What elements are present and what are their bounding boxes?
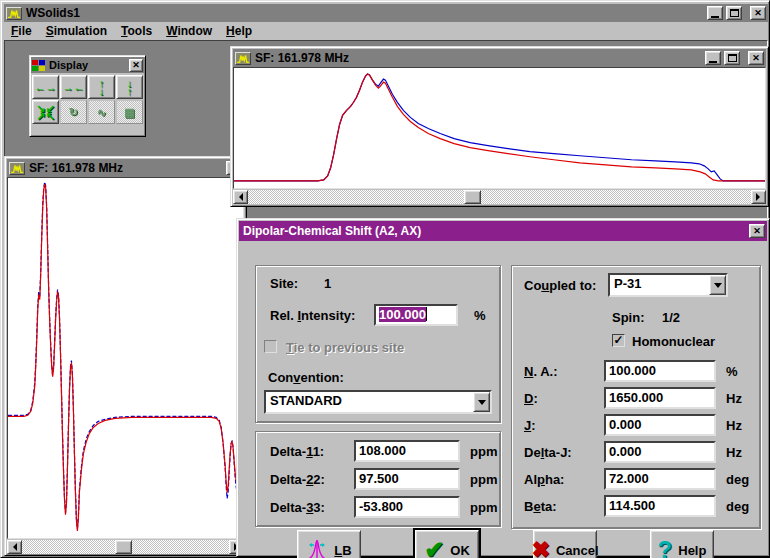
menu-file[interactable]: File bbox=[4, 23, 39, 39]
expand-vertical-icon[interactable]: ↑ ↓ bbox=[88, 75, 115, 99]
experimental-trace-red bbox=[8, 184, 243, 531]
grid-zoom-icon: ▦ bbox=[116, 100, 143, 124]
peak-scale-icon: ∿ bbox=[88, 100, 115, 124]
mdi-client-area: SF: 161.978 MHz bbox=[4, 40, 768, 556]
beta-label: Beta: bbox=[524, 499, 557, 514]
delta-11-unit: ppm bbox=[470, 444, 497, 459]
menu-simulation[interactable]: Simulation bbox=[39, 23, 114, 39]
compress-vertical-icon[interactable]: ↓ ↑ bbox=[116, 75, 143, 99]
scroll-left-button[interactable] bbox=[233, 190, 248, 204]
delta-11-label: Delta-11: bbox=[270, 444, 324, 459]
delta-group: Delta-11: 108.000 ppm Delta-22: 97.500 p… bbox=[255, 431, 501, 527]
menu-tools[interactable]: Tools bbox=[114, 23, 159, 39]
delta-j-unit: Hz bbox=[726, 445, 742, 460]
delta-33-input[interactable]: -53.800 bbox=[354, 496, 460, 518]
app-titlebar: WSolids1 ✕ bbox=[4, 4, 768, 22]
center-fit-icon[interactable]: ↘↙ ↗↖ bbox=[32, 100, 59, 124]
help-button-label: Help bbox=[678, 543, 706, 558]
spectrum-window-left-titlebar[interactable]: SF: 161.978 MHz bbox=[7, 159, 244, 177]
display-toolbox-buttons: ←→ →← ↑ ↓ ↓ ↑ ↘↙ ↗↖ ↻ ∿ ▦ bbox=[31, 73, 144, 125]
coupled-to-label: Coupled to: bbox=[524, 278, 596, 293]
dialog-title: Dipolar-Chemical Shift (A2, AX) bbox=[243, 224, 749, 238]
dialog-titlebar[interactable]: Dipolar-Chemical Shift (A2, AX) ✕ bbox=[239, 221, 767, 241]
display-toolbox-titlebar[interactable]: Display ✕ bbox=[31, 57, 144, 73]
d-input[interactable]: 1650.000 bbox=[604, 387, 716, 409]
spectrum-doc-icon bbox=[235, 52, 251, 65]
delta-j-label: Delta-J: bbox=[524, 445, 572, 460]
delta-22-input[interactable]: 97.500 bbox=[354, 468, 460, 490]
na-input[interactable]: 100.000 bbox=[604, 360, 716, 382]
cancel-button-label: Cancel bbox=[556, 543, 599, 558]
question-mark-icon: ? bbox=[658, 538, 673, 558]
scroll-right-button[interactable] bbox=[751, 190, 766, 204]
close-button[interactable]: ✕ bbox=[748, 51, 764, 65]
delta-22-label: Delta-22: bbox=[270, 472, 325, 487]
display-toolbox[interactable]: Display ✕ ←→ →← ↑ ↓ ↓ ↑ ↘↙ ↗↖ ↻ ∿ ▦ bbox=[29, 55, 146, 137]
expand-horizontal-icon[interactable]: ←→ bbox=[32, 75, 59, 99]
menubar: File Simulation Tools Window Help bbox=[4, 22, 768, 40]
lb-button[interactable]: LB bbox=[297, 530, 361, 558]
rel-intensity-label: Rel. Intensity: bbox=[270, 308, 355, 323]
spectrum-window-top-title: SF: 161.978 MHz bbox=[254, 51, 702, 65]
close-button[interactable]: ✕ bbox=[750, 6, 766, 20]
spectrum-doc-icon bbox=[9, 162, 25, 175]
convention-select[interactable]: STANDARD bbox=[264, 390, 492, 414]
delta-11-input[interactable]: 108.000 bbox=[354, 440, 460, 462]
alpha-label: Alpha: bbox=[524, 472, 564, 487]
close-icon[interactable]: ✕ bbox=[129, 59, 143, 72]
scroll-left-button[interactable] bbox=[7, 540, 22, 554]
chevron-down-icon[interactable] bbox=[473, 392, 490, 412]
experimental-trace-red bbox=[234, 74, 765, 181]
coupled-to-select[interactable]: P-31 bbox=[608, 273, 728, 297]
scrollbar-track[interactable] bbox=[22, 540, 229, 554]
tie-previous-site-label: Tie to previous site bbox=[286, 340, 404, 355]
site-label: Site: bbox=[270, 276, 298, 291]
spectrum-window-left[interactable]: SF: 161.978 MHz bbox=[4, 156, 247, 556]
simulated-trace-blue bbox=[8, 182, 243, 529]
scrollbar-thumb[interactable] bbox=[464, 190, 481, 204]
app-icon bbox=[6, 7, 22, 20]
dialog-close-icon[interactable]: ✕ bbox=[749, 224, 765, 238]
beta-input[interactable]: 114.500 bbox=[604, 495, 716, 517]
alpha-input[interactable]: 72.000 bbox=[604, 468, 716, 490]
spectrum-window-top[interactable]: SF: 161.978 MHz ✕ bbox=[230, 46, 769, 207]
alpha-unit: deg bbox=[726, 472, 749, 487]
na-unit: % bbox=[726, 364, 738, 379]
help-button[interactable]: ? Help bbox=[650, 530, 714, 558]
spin-label: Spin: bbox=[612, 310, 645, 325]
homonuclear-label: Homonuclear bbox=[632, 334, 715, 349]
minimize-button[interactable] bbox=[707, 6, 723, 20]
app-title: WSolids1 bbox=[25, 6, 704, 20]
dipolar-chemical-shift-dialog[interactable]: Dipolar-Chemical Shift (A2, AX) ✕ Site: … bbox=[236, 218, 770, 557]
check-icon: ✔ bbox=[424, 538, 444, 558]
homonuclear-checkbox[interactable]: ✓ bbox=[612, 334, 625, 347]
j-input[interactable]: 0.000 bbox=[604, 414, 716, 436]
chevron-down-icon[interactable] bbox=[709, 275, 726, 295]
lineshape-icon bbox=[306, 537, 328, 558]
horizontal-scrollbar[interactable] bbox=[233, 190, 766, 204]
simulated-trace-blue bbox=[234, 74, 765, 181]
scrollbar-thumb[interactable] bbox=[115, 540, 132, 554]
compress-horizontal-icon[interactable]: →← bbox=[60, 75, 87, 99]
delta-22-unit: ppm bbox=[470, 472, 497, 487]
d-unit: Hz bbox=[726, 391, 742, 406]
lb-button-label: LB bbox=[334, 543, 351, 558]
spectrum-window-top-titlebar[interactable]: SF: 161.978 MHz ✕ bbox=[233, 49, 766, 67]
spectrum-plot-left bbox=[7, 177, 244, 539]
site-group: Site: 1 Rel. Intensity: 100.000 % Tie to… bbox=[255, 265, 501, 423]
ok-button[interactable]: ✔ OK bbox=[415, 530, 479, 558]
horizontal-scrollbar[interactable] bbox=[7, 540, 244, 554]
cancel-button[interactable]: ✖ Cancel bbox=[533, 530, 597, 558]
menu-window[interactable]: Window bbox=[159, 23, 219, 39]
rel-intensity-unit: % bbox=[474, 308, 486, 323]
delta-33-unit: ppm bbox=[470, 500, 497, 515]
minimize-button[interactable] bbox=[705, 51, 721, 65]
maximize-button[interactable] bbox=[724, 51, 740, 65]
rel-intensity-input[interactable]: 100.000 bbox=[374, 304, 458, 326]
menu-help[interactable]: Help bbox=[219, 23, 259, 39]
maximize-button[interactable] bbox=[726, 6, 742, 20]
x-icon: ✖ bbox=[531, 539, 549, 558]
scrollbar-track[interactable] bbox=[248, 190, 751, 204]
dialog-body: Site: 1 Rel. Intensity: 100.000 % Tie to… bbox=[239, 241, 767, 554]
delta-j-input[interactable]: 0.000 bbox=[604, 441, 716, 463]
